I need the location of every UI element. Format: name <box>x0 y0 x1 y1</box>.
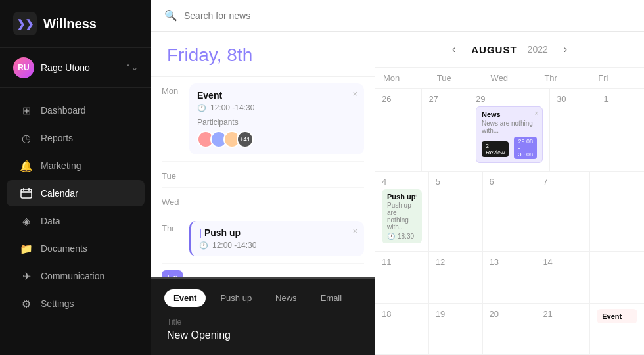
cal-cell-13[interactable]: 13 <box>483 252 537 303</box>
day-event-list: Mon × Event 🕐 12:00 -14:30 Participants <box>151 77 375 277</box>
cal-cell-20[interactable]: 20 <box>483 304 537 355</box>
event-close-icon[interactable]: × <box>534 110 538 117</box>
sidebar-label-marketing: Marketing <box>41 160 81 171</box>
cal-cell-29[interactable]: 29 × News News are nothing with... 2 Rev… <box>469 89 550 171</box>
participants-label: Participants <box>197 118 356 127</box>
creation-tab-pushup[interactable]: Push up <box>211 289 261 307</box>
creation-tab-email[interactable]: Email <box>311 289 352 307</box>
cal-dayname-tue: Tue <box>429 68 483 88</box>
event-card-event[interactable]: × Event 🕐 12:00 -14:30 Participants +41 <box>189 83 364 154</box>
day-events-panel: Friday, 8th Mon × Event 🕐 12:00 -14:30 <box>151 32 375 355</box>
cal-cell-15[interactable] <box>590 252 644 303</box>
cal-cell-4[interactable]: 4 × Push up Push up are nothing with... … <box>375 172 429 251</box>
app-logo: ❯❯ Willness <box>0 0 151 48</box>
cal-cell-5[interactable]: 5 <box>429 172 483 251</box>
content-area: Friday, 8th Mon × Event 🕐 12:00 -14:30 <box>151 32 644 355</box>
cal-cell-27[interactable]: 27 <box>422 89 469 171</box>
day-label-mon: Mon <box>162 83 181 96</box>
creation-panel: Event Push up News Email Title <box>151 277 375 355</box>
nav-menu: ⊞ Dashboard ◷ Reports 🔔 Marketing Calend… <box>0 88 151 355</box>
day-label-fri: Fri <box>162 270 183 277</box>
sidebar-item-data[interactable]: ◈ Data <box>7 208 145 234</box>
user-profile[interactable]: RU Rage Utono ⌃⌄ <box>0 48 151 88</box>
reports-icon: ◷ <box>20 131 33 145</box>
sidebar-label-dashboard: Dashboard <box>41 105 86 116</box>
day-row-mon: Mon × Event 🕐 12:00 -14:30 Participants <box>162 77 364 162</box>
day-row-tue: Tue <box>162 162 364 188</box>
next-month-button[interactable]: › <box>559 41 572 58</box>
push-close-icon[interactable]: × <box>414 192 418 199</box>
sidebar-item-dashboard[interactable]: ⊞ Dashboard <box>7 97 145 124</box>
day-row-fri: Fri <box>162 264 364 277</box>
cal-event-news[interactable]: × News News are nothing with... 2 Review… <box>476 106 543 163</box>
cal-event-general[interactable]: Event <box>597 309 637 323</box>
creation-input-area: Title <box>164 318 361 344</box>
sidebar-label-communication: Communication <box>41 271 104 281</box>
settings-icon: ⚙ <box>20 297 33 310</box>
chevron-icon: ⌃⌄ <box>125 63 138 72</box>
day-row-wed: Wed <box>162 188 364 214</box>
sidebar-item-calendar[interactable]: Calendar <box>7 180 145 206</box>
creation-tab-news[interactable]: News <box>266 289 306 307</box>
sidebar: ❯❯ Willness RU Rage Utono ⌃⌄ ⊞ Dashboard… <box>0 0 151 355</box>
cal-cell-8[interactable] <box>590 172 644 251</box>
day-label-wed: Wed <box>162 195 181 207</box>
calendar-grid: Mon Tue Wed Thr Fri 26 27 29 × News <box>375 68 644 355</box>
dashboard-icon: ⊞ <box>20 104 33 117</box>
cal-dayname-fri: Fri <box>590 68 644 88</box>
search-bar: 🔍 <box>151 0 644 32</box>
creation-tabs: Event Push up News Email <box>164 289 361 307</box>
cal-cell-19[interactable]: 19 <box>429 304 483 355</box>
cal-cell-6[interactable]: 6 <box>483 172 537 251</box>
event-card-pushup-thr[interactable]: × | Push up 🕐 12:00 -14:30 <box>189 221 364 256</box>
sidebar-item-documents[interactable]: 📁 Documents <box>7 235 145 262</box>
sidebar-label-calendar: Calendar <box>41 188 78 199</box>
sidebar-label-data: Data <box>41 216 60 226</box>
cal-cell-11[interactable]: 11 <box>375 252 429 303</box>
calendar-header: ‹ AUGUST 2022 › <box>375 32 644 68</box>
calendar-day-names: Mon Tue Wed Thr Fri <box>375 68 644 89</box>
cal-cell-18[interactable]: 18 <box>375 304 429 355</box>
sidebar-label-documents: Documents <box>41 243 87 254</box>
date-title: Friday, 8th <box>167 45 359 66</box>
cal-cell-14[interactable]: 14 <box>536 252 590 303</box>
sidebar-item-settings[interactable]: ⚙ Settings <box>7 291 145 317</box>
cal-cell-30[interactable]: 30 <box>550 89 597 171</box>
sidebar-item-marketing[interactable]: 🔔 Marketing <box>7 153 145 179</box>
calendar-year: 2022 <box>528 44 548 55</box>
avatar: RU <box>13 57 34 78</box>
cal-event-push[interactable]: × Push up Push up are nothing with... 🕐 … <box>382 189 422 243</box>
data-icon: ◈ <box>20 214 33 227</box>
title-input[interactable] <box>167 329 359 344</box>
cal-general-title: Event <box>602 312 632 320</box>
cal-push-desc: Push up are nothing with... <box>387 202 417 231</box>
cal-event-news-desc: News are nothing with... <box>482 120 537 134</box>
user-name: Rage Utono <box>41 62 90 73</box>
prev-month-button[interactable]: ‹ <box>447 41 461 58</box>
day-label-tue: Tue <box>162 168 181 181</box>
cal-event-news-title: News <box>482 110 537 118</box>
close-icon[interactable]: × <box>352 226 357 236</box>
cal-dayname-wed: Wed <box>483 68 537 88</box>
sidebar-label-reports: Reports <box>41 133 73 143</box>
svg-rect-0 <box>21 189 32 198</box>
search-input[interactable] <box>184 11 631 21</box>
cal-cell-12[interactable]: 12 <box>429 252 483 303</box>
cal-dayname-mon: Mon <box>375 68 429 88</box>
cal-cell-21[interactable]: 21 <box>536 304 590 355</box>
communication-icon: ✈ <box>20 270 33 283</box>
cal-cell-1[interactable]: 1 <box>597 89 645 171</box>
day-label-thr: Thr <box>162 221 181 233</box>
creation-tab-event[interactable]: Event <box>164 289 206 307</box>
sidebar-item-communication[interactable]: ✈ Communication <box>7 263 145 289</box>
calendar-week-1: 26 27 29 × News News are nothing with...… <box>375 89 644 172</box>
date-header: Friday, 8th <box>151 32 375 77</box>
cal-push-title: Push up <box>387 193 417 201</box>
sidebar-item-reports[interactable]: ◷ Reports <box>7 125 145 151</box>
close-icon[interactable]: × <box>352 89 357 99</box>
event-title-thr: | Push up <box>199 227 356 238</box>
main-area: 🔍 Friday, 8th Mon × Event <box>151 0 644 355</box>
cal-cell-7[interactable]: 7 <box>536 172 590 251</box>
cal-cell-22[interactable]: Event <box>590 304 644 355</box>
cal-cell-26[interactable]: 26 <box>375 89 422 171</box>
